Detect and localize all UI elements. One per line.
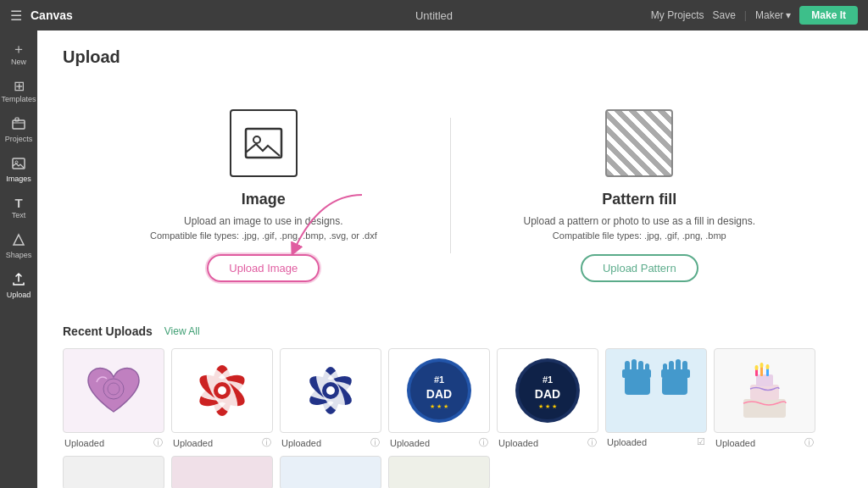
thumb-info-icon[interactable]: ☑ (697, 436, 705, 447)
thumbnail-image[interactable] (171, 348, 273, 433)
thumbnail-image[interactable] (714, 348, 815, 433)
upload-image-btn-wrapper: Upload Image (207, 254, 320, 282)
thumb-info-icon[interactable]: ⓘ (804, 436, 814, 449)
svg-text:★ ★ ★: ★ ★ ★ (538, 403, 557, 409)
thumb-info-icon[interactable]: ⓘ (587, 436, 597, 449)
thumbnails-second-row (63, 456, 843, 488)
images-icon (12, 157, 25, 173)
make-it-button[interactable]: Make It (799, 6, 858, 25)
thumb-label-row: Uploaded ⓘ (63, 436, 164, 449)
pattern-option-title: Pattern fill (602, 191, 676, 208)
pattern-upload-icon-box (605, 109, 673, 177)
pattern-option-desc: Upload a pattern or photo to use as a fi… (524, 215, 756, 227)
svg-rect-49 (756, 374, 773, 386)
thumb-label: Uploaded (64, 438, 104, 448)
sidebar-item-images[interactable]: Images (0, 152, 37, 188)
save-button[interactable]: Save (712, 9, 735, 21)
new-icon: ＋ (12, 42, 25, 56)
sidebar-item-shapes[interactable]: Shapes (0, 228, 37, 264)
svg-rect-48 (750, 385, 779, 400)
list-item: Uploaded ☑ (605, 348, 707, 449)
document-title[interactable]: Untitled (415, 9, 453, 22)
svg-text:#1: #1 (434, 374, 444, 385)
svg-point-3 (15, 161, 18, 164)
list-item: #1 DAD ★ ★ ★ Uploaded ⓘ (497, 348, 598, 449)
thumb-label: Uploaded (390, 438, 430, 448)
thumbnail-image[interactable] (388, 456, 490, 488)
upload-image-button[interactable]: Upload Image (207, 254, 320, 282)
sidebar-item-templates[interactable]: ⊞ Templates (0, 75, 37, 108)
image-option-desc: Upload an image to use in designs. (184, 215, 342, 227)
svg-point-16 (218, 386, 226, 395)
sidebar-item-new[interactable]: ＋ New (0, 37, 37, 71)
image-option-types: Compatible file types: .jpg, .gif, .png,… (150, 230, 377, 241)
svg-rect-0 (13, 120, 25, 129)
recent-uploads-title: Recent Uploads (63, 324, 153, 338)
recent-uploads-header: Recent Uploads View All (63, 324, 843, 338)
thumb-info-icon[interactable]: ⓘ (479, 436, 488, 449)
thumbnail-image[interactable] (63, 348, 164, 433)
svg-text:★ ★ ★: ★ ★ ★ (430, 403, 448, 409)
sidebar-item-upload[interactable]: Upload (0, 268, 37, 304)
image-upload-icon-box (230, 109, 298, 177)
list-item: Uploaded ⓘ (171, 348, 273, 449)
view-all-link[interactable]: View All (164, 325, 200, 337)
sidebar-item-projects[interactable]: Projects (0, 112, 37, 148)
list-item: Uploaded ⓘ (280, 348, 381, 449)
thumb-info-icon[interactable]: ⓘ (370, 436, 380, 449)
svg-text:DAD: DAD (535, 387, 560, 401)
list-item (280, 456, 381, 488)
svg-rect-40 (625, 376, 650, 395)
thumb-label-row: Uploaded ⓘ (714, 436, 815, 449)
upload-pattern-button[interactable]: Upload Pattern (581, 254, 698, 282)
my-projects-link[interactable]: My Projects (651, 9, 704, 21)
pattern-upload-option: Pattern fill Upload a pattern or photo t… (524, 109, 756, 282)
svg-marker-4 (14, 235, 24, 245)
text-icon: T (14, 197, 22, 209)
main-layout: ＋ New ⊞ Templates Projects Images T Text (0, 30, 868, 488)
list-item (388, 456, 490, 488)
topbar-divider: | (744, 9, 747, 21)
list-item: Uploaded ⓘ (63, 348, 164, 449)
thumb-label: Uploaded (715, 438, 755, 448)
shapes-icon (12, 233, 25, 249)
thumbnail-image[interactable]: #1 DAD ★ ★ ★ (497, 348, 598, 433)
thumb-label: Uploaded (173, 438, 213, 448)
thumb-label: Uploaded (607, 437, 647, 447)
image-option-title: Image (242, 191, 286, 208)
topbar: ☰ Canvas Untitled My Projects Save | Mak… (0, 0, 868, 30)
list-item (171, 456, 273, 488)
page-title: Upload (63, 47, 843, 67)
thumb-label-row: Uploaded ⓘ (280, 436, 381, 449)
sidebar-item-text[interactable]: T Text (0, 191, 37, 225)
image-upload-option: Image Upload an image to use in designs.… (150, 109, 377, 282)
svg-point-54 (766, 364, 770, 369)
list-item: #1 DAD ★ ★ ★ Uploaded ⓘ (388, 348, 490, 449)
thumbnail-image[interactable] (280, 456, 381, 488)
sidebar: ＋ New ⊞ Templates Projects Images T Text (0, 30, 37, 488)
app-logo: Canvas (31, 8, 651, 22)
thumbnail-image[interactable] (605, 348, 707, 433)
thumb-label-row: Uploaded ⓘ (497, 436, 598, 449)
svg-text:DAD: DAD (426, 387, 452, 401)
thumb-info-icon[interactable]: ⓘ (262, 436, 271, 449)
maker-dropdown[interactable]: Maker ▾ (755, 9, 791, 21)
svg-rect-46 (662, 376, 687, 395)
thumb-label-row: Uploaded ⓘ (171, 436, 273, 449)
thumb-label-row: Uploaded ⓘ (388, 436, 490, 449)
thumb-label: Uploaded (498, 438, 538, 448)
upload-options-divider (450, 118, 451, 253)
svg-text:#1: #1 (542, 374, 553, 385)
templates-icon: ⊞ (14, 80, 25, 93)
chevron-down-icon: ▾ (786, 9, 791, 21)
menu-icon[interactable]: ☰ (10, 8, 22, 24)
content-area: Upload Image Upload an image to use in d… (37, 30, 868, 488)
thumbnail-image[interactable] (171, 456, 273, 488)
projects-icon (12, 117, 25, 133)
thumb-info-icon[interactable]: ⓘ (153, 436, 163, 449)
thumbnail-image[interactable] (280, 348, 381, 433)
thumbnail-image[interactable] (63, 456, 164, 488)
thumbnail-image[interactable]: #1 DAD ★ ★ ★ (388, 348, 490, 433)
svg-point-6 (253, 136, 260, 143)
list-item: Uploaded ⓘ (714, 348, 815, 449)
